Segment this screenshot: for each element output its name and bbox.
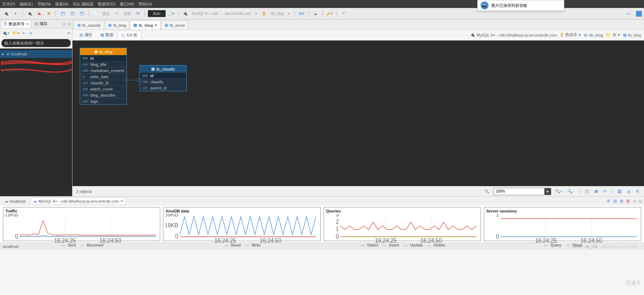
schema-label[interactable]: db_blog — [269, 12, 285, 16]
menu-window[interactable]: 窗口(W) — [120, 1, 134, 7]
bc-label: 表 — [612, 32, 616, 38]
menu-sql[interactable]: SQL 编辑器 — [73, 1, 94, 7]
cloud-icon[interactable]: ☁ — [312, 10, 320, 18]
minimize-icon[interactable]: ▭ — [624, 10, 632, 18]
subtab-properties[interactable]: ▤属性 — [75, 30, 96, 40]
filter-input[interactable]: 输入表格名称的一部分 — [1, 39, 71, 47]
bc-datasource[interactable]: 🔌MySQL 8+ - cdb-b8oj8wyq.bj.tencentcdb.c… — [470, 33, 557, 37]
sql-editor-icon[interactable]: 🗔 — [59, 10, 67, 18]
window-extra-button[interactable] — [636, 11, 642, 17]
commit-icon[interactable]: 📄 — [92, 10, 100, 18]
zoom-out-icon[interactable]: 🔍- — [566, 189, 575, 194]
er-icon: ⿻ — [121, 33, 125, 38]
close-icon[interactable]: ✕ — [26, 22, 29, 26]
entity-column: 123watch_count — [80, 86, 126, 92]
panel-icon-1[interactable]: ▥ — [613, 199, 617, 203]
sidebar-min-icon[interactable]: ▭ — [62, 22, 66, 26]
chart-sessions: Server sessions 0116:24:2516:24:50 — Que… — [484, 207, 641, 241]
settings-icon[interactable]: ⚙ — [635, 189, 640, 194]
folder-icon[interactable]: 📁▾ — [12, 31, 20, 35]
new-connection-icon[interactable]: 🔌 — [2, 10, 10, 18]
tab-tb-score[interactable]: ▦tb_score — [161, 21, 188, 29]
close-icon[interactable]: ✕ — [154, 23, 157, 27]
bc-table[interactable]: ▦tb_blog — [623, 33, 641, 37]
er-canvas[interactable]: ▦tb_blog 123idABCblog_titleABCmarkdown_c… — [72, 41, 644, 186]
legend-item: — Select — [359, 243, 378, 247]
export-image-icon[interactable]: 🖼 — [616, 189, 623, 194]
tx-mode-icon[interactable]: T▾ — [134, 10, 142, 18]
sql-script-icon[interactable]: 🗔 — [68, 10, 76, 18]
grid-icon[interactable]: ▦ — [593, 189, 599, 194]
print-icon[interactable]: 🖨 — [626, 189, 632, 194]
menu-search[interactable]: 搜索(A) — [55, 1, 68, 7]
new-conn-icon[interactable]: 🔌▾ — [2, 31, 9, 35]
tree-node-redacted-1[interactable]: ▸ cdb-b8oj8wyq... — [0, 58, 72, 66]
sidebar-max-icon[interactable]: ◻ — [68, 22, 71, 26]
svg-text:0: 0 — [15, 233, 18, 239]
layout-icon[interactable]: ⿻ — [584, 189, 590, 194]
list-icon[interactable]: ≣▾ — [298, 10, 306, 18]
bc-database[interactable]: 🗄数据库▾ — [560, 32, 581, 38]
datasource-dd[interactable]: ▾ — [254, 12, 258, 16]
menu-nav[interactable]: 导航(N) — [37, 1, 51, 7]
datasource-label[interactable]: MySQL 8+ - cdb- ... .tencentcdb.com — [191, 12, 253, 16]
zoom-in-icon[interactable]: 🔍+ — [554, 189, 564, 194]
zoom-control[interactable]: ▾ — [493, 188, 551, 195]
rollback-icon[interactable]: ↶ — [113, 10, 121, 18]
menu-edit[interactable]: 编辑(E) — [20, 1, 33, 7]
history-icon[interactable]: 🕓▾ — [167, 10, 175, 18]
tab-tb-blog-2[interactable]: ▦tb_blog✕ — [130, 21, 161, 29]
menu-file[interactable]: 文件(F) — [2, 1, 15, 7]
collapse-icon[interactable]: ⇤ — [22, 31, 26, 35]
invalidate-icon[interactable]: ✖ — [45, 10, 53, 18]
tree-node-redacted-2[interactable]: ▸ MySQL 8+ ... — [0, 66, 72, 74]
auto-commit-toggle[interactable]: Auto — [148, 10, 166, 17]
session-tab-localhost[interactable]: ☁localhost — [2, 198, 28, 205]
expand-icon[interactable]: ⇥ — [29, 31, 32, 35]
entity-tb-blog[interactable]: ▦tb_blog 123idABCblog_titleABCmarkdown_c… — [80, 48, 127, 105]
svg-text:16:24:25: 16:24:25 — [215, 237, 236, 243]
panel-close-icon[interactable]: ▥ — [626, 199, 630, 203]
close-icon[interactable]: ✕ — [120, 199, 123, 203]
sql-console-icon[interactable]: 🗔 — [78, 10, 86, 18]
sidebar-menu-icon[interactable]: ▾ — [68, 31, 70, 35]
svg-text:3: 3 — [336, 214, 339, 218]
zoom-dropdown[interactable]: ▾ — [544, 188, 551, 195]
subtab-er-diagram[interactable]: ⿻ER 图 — [117, 31, 141, 40]
entity-column: ABCtags — [80, 98, 126, 104]
menu-database[interactable]: 数据库(D) — [98, 1, 115, 7]
schema-dd[interactable]: ▾ — [287, 12, 291, 16]
datatype-icon: ⊙ — [82, 75, 89, 79]
svg-text:19KB: 19KB — [5, 214, 18, 218]
plug-icon: 🔌 — [470, 33, 475, 37]
entity-tb-classify[interactable]: ▦tb_classify 123idABCclassify123parent_i… — [140, 65, 187, 91]
zoom-input[interactable] — [494, 188, 544, 195]
new-connection-dd-icon[interactable]: ▾ — [12, 10, 20, 18]
sidebar-tab-db-navigator[interactable]: 🗄 数据库导 ✕ — [1, 20, 31, 28]
disconnect-icon[interactable]: ⏏ — [35, 10, 43, 18]
datatype-icon: 123 — [142, 74, 149, 77]
tab-tb-blog-1[interactable]: ▦tb_blog — [105, 21, 129, 29]
brush-icon[interactable]: 🖌▾ — [326, 10, 334, 18]
tree-node-localhost[interactable]: ▸ 🖥 localhost — [0, 50, 72, 58]
bc-tables[interactable]: 📁表▾ — [606, 32, 620, 38]
sidebar-toolbar: 🔌▾ 📁▾ ⇤ ⇥ ▾ — [0, 28, 72, 38]
panel-icon-2[interactable]: ▥ — [620, 199, 623, 203]
bc-schema[interactable]: ▤db_blog — [584, 33, 603, 37]
legend-item: — Read — [223, 243, 240, 247]
menu-help[interactable]: 帮助(H) — [138, 1, 152, 7]
panel-min-icon[interactable]: ▭ — [633, 199, 636, 203]
panel-max-icon[interactable]: ◻ — [639, 199, 642, 203]
refresh-icon[interactable]: ⟳ — [602, 189, 607, 194]
tab-tb-classify[interactable]: ▦tb_classify — [74, 21, 104, 29]
session-tabs: ☁localhost ☁MySQL 8+ - cdb-b8oj8wyq.bj.t… — [0, 196, 644, 206]
settings-icon[interactable]: ⚙ — [607, 199, 610, 203]
datatype-icon: ABC — [82, 93, 89, 97]
sub-tabs: ▤属性 ▦数据 ⿻ER 图 🔌MySQL 8+ - cdb-b8oj8wyq.b… — [72, 30, 644, 41]
session-tab-mysql[interactable]: ☁MySQL 8+ - cdb-b8oj8wyq.bj.tencentcdb.c… — [30, 197, 126, 205]
search-icon[interactable]: 🔍 — [483, 189, 490, 194]
undo-icon[interactable]: ↶ — [340, 10, 348, 18]
sidebar-tab-project[interactable]: ▥ 项目 — [33, 20, 49, 28]
subtab-data[interactable]: ▦数据 — [96, 30, 117, 40]
connect-icon[interactable]: 🔌 — [26, 10, 34, 18]
